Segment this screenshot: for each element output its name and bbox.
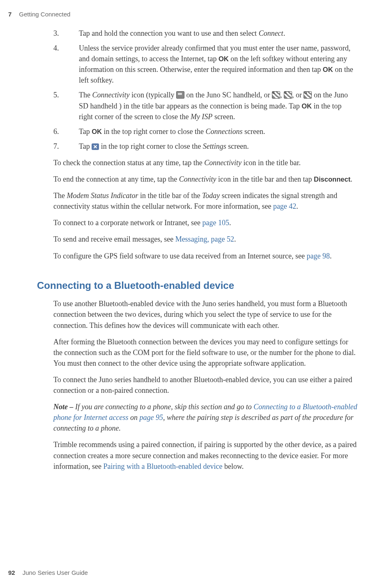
paragraph: To configure the GPS field software to u…	[53, 251, 357, 261]
signal-e-icon: E	[272, 91, 280, 99]
step-text: The Connectivity icon (typically on the …	[79, 90, 357, 122]
paragraph: To use another Bluetooth-enabled device …	[53, 298, 357, 330]
paragraph: To check the connection status at any ti…	[53, 157, 357, 168]
messaging-link[interactable]: Messaging, page 52	[175, 235, 234, 243]
step-number: 7.	[53, 141, 79, 152]
step-text: Tap OK in the top right corner to close …	[79, 126, 357, 137]
step-4: 4. Unless the service provider already c…	[53, 43, 357, 85]
step-number: 3.	[53, 28, 79, 39]
signal-g-icon: G	[304, 91, 312, 99]
page-footer: 92Juno Series User Guide	[8, 568, 88, 577]
page-42-link[interactable]: page 42	[273, 202, 296, 210]
note-paragraph: Note – If you are connecting to a phone,…	[53, 401, 357, 434]
step-number: 5.	[53, 90, 79, 122]
step-number: 6.	[53, 126, 79, 137]
paragraph: After forming the Bluetooth connection b…	[53, 337, 357, 369]
step-text: Tap in the top right corner to close the…	[79, 141, 357, 152]
paragraph: To connect to a corporate network or Int…	[53, 217, 357, 228]
step-number: 4.	[53, 43, 79, 85]
paragraph: To end the connection at any time, tap t…	[53, 174, 357, 184]
page-105-link[interactable]: page 105	[203, 219, 229, 227]
close-icon	[92, 143, 99, 150]
page-content: 3. Tap and hold the connection you want …	[53, 28, 357, 477]
chapter-number: 7	[8, 11, 12, 18]
step-3: 3. Tap and hold the connection you want …	[53, 28, 357, 39]
section-heading: Connecting to a Bluetooth-enabled device	[37, 279, 357, 293]
page-header: 7Getting Connected	[8, 10, 70, 19]
step-7: 7. Tap in the top right corner to close …	[53, 141, 357, 152]
paragraph: To send and receive email messages, see …	[53, 234, 357, 244]
pairing-link[interactable]: Pairing with a Bluetooth-enabled device	[103, 462, 222, 470]
step-6: 6. Tap OK in the top right corner to clo…	[53, 126, 357, 137]
page-95-link[interactable]: page 95	[139, 413, 163, 422]
chapter-title: Getting Connected	[19, 11, 70, 18]
paragraph: Trimble recommends using a paired connec…	[53, 439, 357, 471]
signal-e-icon: E	[284, 91, 292, 99]
paragraph: To connect the Juno series handheld to a…	[53, 374, 357, 396]
step-5: 5. The Connectivity icon (typically on t…	[53, 90, 357, 122]
paragraph: The Modem Status Indicator in the title …	[53, 190, 357, 212]
step-text: Tap and hold the connection you want to …	[79, 28, 357, 39]
footer-title: Juno Series User Guide	[23, 569, 88, 576]
note-label: Note –	[53, 403, 75, 411]
page-number: 92	[8, 569, 15, 576]
connectivity-icon	[176, 91, 184, 99]
step-text: Unless the service provider already conf…	[79, 43, 357, 85]
instruction-steps: 3. Tap and hold the connection you want …	[53, 28, 357, 152]
page-98-link[interactable]: page 98	[307, 252, 330, 260]
